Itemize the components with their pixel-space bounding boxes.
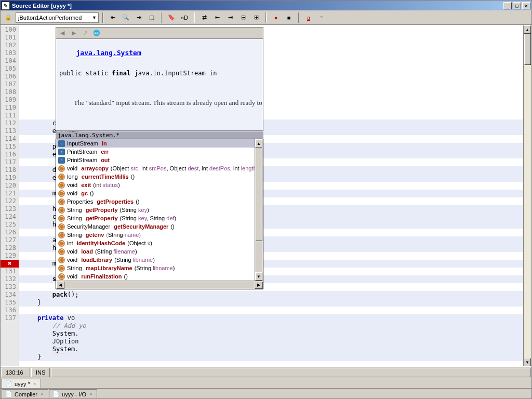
start-macro-icon[interactable]: ● [270, 12, 282, 23]
gutter-line[interactable]: 137 [1, 314, 19, 322]
code-line[interactable]: System. [19, 345, 523, 353]
gutter-line[interactable]: 110 [1, 104, 19, 112]
scroll-up-icon[interactable]: ▲ [255, 139, 262, 148]
autocomplete-item[interactable]: ▫PrintStream out [56, 156, 263, 164]
close-icon[interactable]: × [32, 381, 37, 387]
autocomplete-item[interactable]: ◯String getProperty(String key, String d… [56, 214, 263, 222]
code-line[interactable]: private vo [19, 314, 523, 322]
gutter-line[interactable]: 114 [1, 135, 19, 143]
autocomplete-item[interactable]: ▫PrintStream err [56, 148, 263, 156]
method-combo[interactable]: jButton1ActionPerformed [16, 12, 99, 23]
gutter-line[interactable]: 122 [1, 197, 19, 205]
gutter-line[interactable]: 124 [1, 213, 19, 221]
gutter-line[interactable]: 115 [1, 143, 19, 151]
output-tab[interactable]: 📄uyyy - I/O× [49, 389, 97, 398]
code-line[interactable]: } [19, 353, 523, 361]
javadoc-fwd-icon[interactable]: ▶ [70, 29, 78, 37]
code-line[interactable] [19, 361, 523, 366]
autocomplete-item[interactable]: ◯String mapLibraryName(String libname) [56, 264, 263, 272]
gutter-line[interactable]: 126 [1, 229, 19, 236]
titlebar[interactable]: ✎ Source Editor [uyyy *] _ □ × [1, 1, 531, 10]
javadoc-class-link[interactable]: java.lang.System [76, 49, 141, 57]
close-button[interactable]: × [522, 2, 530, 9]
status-insert-mode[interactable]: INS [31, 368, 50, 377]
gutter-line[interactable]: ✖ [1, 260, 19, 268]
gutter-line[interactable]: 128 [1, 244, 19, 252]
autocomplete-item[interactable]: ◯void load(String filename) [56, 247, 263, 256]
gutter-line[interactable]: 102 [1, 42, 19, 49]
gutter-line[interactable]: 135 [1, 299, 19, 307]
gutter-line[interactable]: 100 [1, 26, 19, 34]
find-icon[interactable]: 🔍 [120, 12, 131, 23]
gutter-line[interactable]: 105 [1, 65, 19, 73]
scroll-down-icon[interactable]: ▼ [524, 358, 531, 366]
gutter-line[interactable]: 112 [1, 119, 19, 127]
lock-icon[interactable]: 🔒 [3, 12, 14, 23]
autocomplete-item[interactable]: ◯void loadLibrary(String libname) [56, 256, 263, 264]
bookmark-toggle-icon[interactable]: 🔖 [166, 12, 177, 23]
code-line[interactable]: // Add yo [19, 322, 523, 330]
gutter-line[interactable]: 127 [1, 236, 19, 244]
code-line[interactable]: System. [19, 330, 523, 338]
gutter-line[interactable]: 133 [1, 283, 19, 291]
gutter-line[interactable]: 106 [1, 73, 19, 81]
autocomplete-item[interactable]: ◯void exit(int status) [56, 181, 263, 189]
scroll-down-icon[interactable]: ▼ [255, 272, 262, 281]
gutter-line[interactable]: 121 [1, 190, 19, 197]
minimize-button[interactable]: _ [503, 2, 512, 9]
shift-right-icon[interactable]: ⇥ [224, 12, 236, 23]
code-line[interactable]: JOption [19, 338, 523, 345]
scroll-up-icon[interactable]: ▲ [524, 25, 531, 34]
line-wrap-icon[interactable]: ≡ [316, 12, 327, 23]
comment-icon[interactable]: ⊟ [237, 12, 249, 23]
javadoc-back-icon[interactable]: ◀ [58, 29, 66, 37]
scroll-left-icon[interactable]: ◀ [56, 282, 64, 289]
javadoc-external-icon[interactable]: ↗ [81, 29, 89, 37]
scroll-thumb[interactable] [256, 148, 262, 241]
autocomplete-item[interactable]: ◯SecurityManager getSecurityManager() [56, 222, 263, 231]
autocomplete-item[interactable]: ▫InputStream in [56, 139, 263, 148]
editor-vscrollbar[interactable]: ▲ ▼ [523, 25, 531, 366]
scroll-thumb[interactable] [524, 34, 531, 65]
code-line[interactable]: pack(); [19, 291, 523, 299]
maximize-button[interactable]: □ [513, 2, 521, 9]
match-brace-icon[interactable]: ⇄ [198, 12, 210, 23]
error-stripe-icon[interactable]: a [303, 12, 314, 23]
gutter-line[interactable]: 134 [1, 291, 19, 299]
autocomplete-item[interactable]: ◯long currentTimeMillis() [56, 172, 263, 181]
gutter-line[interactable]: 113 [1, 127, 19, 135]
autocomplete-item[interactable]: ◯void runFinalization() [56, 272, 263, 281]
gutter-line[interactable]: 116 [1, 151, 19, 158]
autocomplete-item[interactable]: ◯String getenv(String name) [56, 231, 263, 239]
code-content[interactable]: ◀ ▶ ↗ 🌐 java.lang.System public static f… [19, 25, 523, 366]
code-line[interactable] [19, 307, 523, 314]
uncomment-icon[interactable]: ⊞ [250, 12, 262, 23]
gutter-line[interactable]: 129 [1, 252, 19, 260]
gutter-line[interactable]: 136 [1, 307, 19, 314]
gutter-line[interactable]: 104 [1, 57, 19, 65]
gutter-line[interactable]: 107 [1, 81, 19, 88]
autocomplete-item[interactable]: ◯int identityHashCode(Object x) [56, 239, 263, 247]
gutter-line[interactable]: 123 [1, 205, 19, 213]
gutter-line[interactable]: 131 [1, 268, 19, 275]
scroll-right-icon[interactable]: ▶ [255, 282, 263, 289]
shift-left-icon[interactable]: ⇤ [211, 12, 223, 23]
autocomplete-item[interactable]: ◯void arraycopy(Object src, int srcPos, … [56, 164, 263, 172]
autocomplete-vscrollbar[interactable]: ▲ ▼ [255, 139, 263, 281]
stop-macro-icon[interactable]: ■ [283, 12, 295, 23]
autocomplete-item[interactable]: ◯Properties getProperties() [56, 197, 263, 206]
autocomplete-item[interactable]: ◯String getProperty(String key) [56, 206, 263, 214]
nav-fwd-icon[interactable]: ⇥ [133, 12, 144, 23]
gutter-line[interactable]: 118 [1, 166, 19, 174]
nav-back-icon[interactable]: ⇤ [107, 12, 118, 23]
autocomplete-hscrollbar[interactable]: ◀ ▶ [56, 281, 263, 289]
javadoc-browser-icon[interactable]: 🌐 [92, 29, 101, 37]
gutter-line[interactable]: 119 [1, 174, 19, 182]
gutter-line[interactable]: 111 [1, 112, 19, 119]
bookmark-next-icon[interactable]: »D [179, 12, 190, 23]
code-line[interactable]: } [19, 299, 523, 307]
close-icon[interactable]: × [39, 392, 45, 397]
gutter-line[interactable]: 101 [1, 34, 19, 42]
gutter-line[interactable]: 109 [1, 96, 19, 104]
gutter-line[interactable]: 132 [1, 275, 19, 283]
